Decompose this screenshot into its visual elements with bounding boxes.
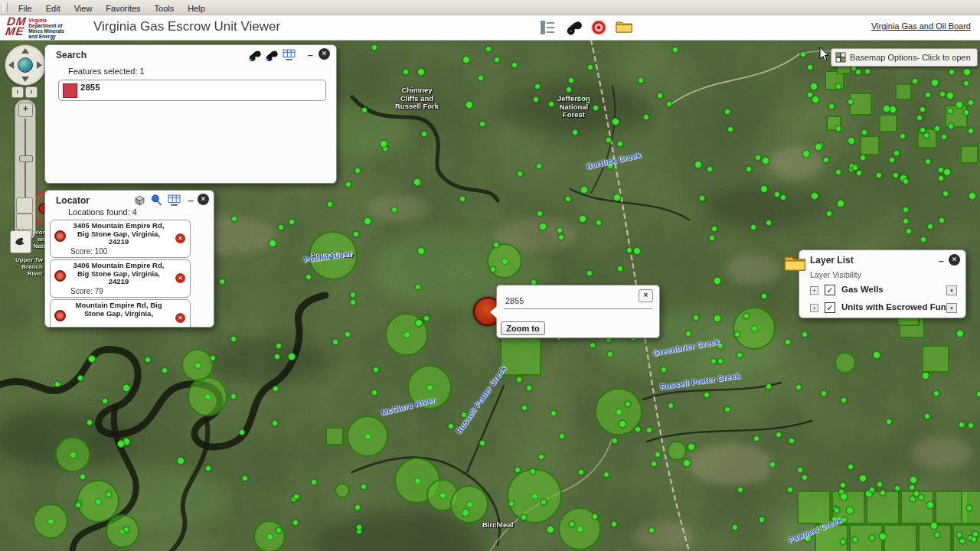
locator-panel-title: Locator <box>56 195 90 206</box>
layer-row: +✓Units with Escrowed Funds▾ <box>810 301 957 318</box>
layer-list-panel: Layer List – ✕ Layer Visibility +✓Gas We… <box>799 249 966 318</box>
menu-edit[interactable]: Edit <box>39 2 67 15</box>
basemap-options-tooltip[interactable]: Basemap Options- Click to open <box>831 48 978 67</box>
result-marker-icon <box>54 230 66 242</box>
result-score: Score: 100 <box>70 247 107 256</box>
layer-list-folder-icon[interactable] <box>784 254 807 272</box>
browser-menu-bar: FileEditViewFavoritesToolsHelp <box>0 0 980 15</box>
result-address: Mountain Empire Rd, Big Stone Gap, Virgi… <box>70 302 167 318</box>
pan-west-arrow-icon[interactable] <box>8 61 14 69</box>
popup-feature-title: 2855 <box>505 296 524 305</box>
locator-results-list: 3405 Mountain Empire Rd, Big Stone Gap, … <box>50 220 191 328</box>
remove-result-icon[interactable]: ✕ <box>175 273 185 283</box>
basemap-tooltip-text: Basemap Options- Click to open <box>850 53 971 62</box>
layer-menu-dropdown-icon[interactable]: ▾ <box>946 303 957 313</box>
select-binoculars-icon[interactable] <box>247 49 261 61</box>
clear-selection-binoculars-icon[interactable] <box>264 49 278 61</box>
remove-result-icon[interactable]: ✕ <box>175 313 185 323</box>
dmme-logo-text: Virginia Department of Mines Minerals an… <box>28 16 64 39</box>
page-title: Virginia Gas Escrow Unit Viewer <box>93 19 280 34</box>
result-address: 3405 Mountain Empire Rd, Big Stone Gap, … <box>70 222 167 246</box>
search-panel-title: Search <box>56 50 87 60</box>
menu-view[interactable]: View <box>67 2 100 15</box>
result-marker-icon <box>54 270 66 282</box>
pan-south-arrow-icon[interactable] <box>21 77 29 82</box>
layer-checkbox[interactable]: ✓ <box>825 285 835 295</box>
dmme-logo: DMME Virginia Department of Mines Minera… <box>6 16 64 39</box>
remove-result-icon[interactable]: ✕ <box>175 233 185 243</box>
locator-result-item[interactable]: Mountain Empire Rd, Big Stone Gap, Virgi… <box>50 299 191 328</box>
app-header: DMME Virginia Department of Mines Minera… <box>0 15 980 41</box>
layer-label: Gas Wells <box>841 285 884 294</box>
layer-list-title: Layer List <box>810 255 854 266</box>
gas-oil-board-link[interactable]: Virginia Gas and Oil Board <box>871 21 971 31</box>
legend-icon[interactable] <box>540 19 557 36</box>
layer-rows: +✓Gas Wells▾+✓Units with Escrowed Funds▾ <box>810 283 957 318</box>
menu-file[interactable]: File <box>11 2 39 15</box>
result-marker-icon <box>54 310 66 321</box>
layer-label: Units with Escrowed Funds <box>841 302 956 311</box>
result-address: 3406 Mountain Empire Rd, Big Stone Gap, … <box>70 262 167 286</box>
pushpin-icon[interactable] <box>151 194 165 207</box>
layer-visibility-label: Layer Visibility <box>810 270 861 279</box>
minimize-button[interactable]: – <box>939 257 944 265</box>
features-selected-status: Features selected: 1 <box>68 67 145 76</box>
zoom-to-button[interactable]: Zoom to <box>501 321 545 335</box>
zoom-in-button[interactable]: + <box>18 103 33 117</box>
search-panel: Search – ✕ Features selected: 1 2855 <box>44 44 337 184</box>
close-icon[interactable]: ✕ <box>949 254 960 266</box>
zoom-slider-handle[interactable] <box>19 155 33 162</box>
menu-grip <box>3 2 8 12</box>
popup-close-button[interactable]: × <box>639 289 653 302</box>
nav-tool-button-1[interactable] <box>16 197 33 214</box>
locator-result-item[interactable]: 3405 Mountain Empire Rd, Big Stone Gap, … <box>50 220 191 258</box>
close-icon[interactable]: ✕ <box>198 194 209 205</box>
locator-result-item[interactable]: 3406 Mountain Empire Rd, Big Stone Gap, … <box>50 259 191 298</box>
pan-compass[interactable] <box>5 44 46 86</box>
expand-icon[interactable]: + <box>810 304 818 312</box>
menu-help[interactable]: Help <box>181 2 212 15</box>
cube-icon[interactable] <box>134 194 148 207</box>
search-result-item[interactable]: 2855 <box>58 80 326 101</box>
locate-target-icon[interactable] <box>590 19 607 36</box>
attribute-table-icon[interactable] <box>283 49 296 61</box>
layer-menu-dropdown-icon[interactable]: ▾ <box>946 285 957 295</box>
dmme-logo-letters: DMME <box>5 16 28 39</box>
globe-icon[interactable] <box>18 57 33 73</box>
minimize-button[interactable]: – <box>188 197 194 204</box>
layer-row: +✓Gas Wells▾ <box>810 283 957 301</box>
layer-checkbox[interactable]: ✓ <box>825 302 835 313</box>
popup-tail <box>490 306 497 318</box>
result-score: Score: 79 <box>70 287 103 295</box>
menu-items: FileEditViewFavoritesToolsHelp <box>11 1 212 15</box>
mouse-cursor <box>819 47 830 62</box>
menu-favorites[interactable]: Favorites <box>99 2 147 15</box>
attribute-table-icon[interactable] <box>168 194 181 207</box>
pan-east-arrow-icon[interactable] <box>37 61 42 69</box>
overview-map-button[interactable] <box>10 230 31 253</box>
search-binoculars-icon[interactable] <box>565 19 582 36</box>
expand-icon[interactable]: + <box>810 286 818 295</box>
locator-panel: Locator – ✕ Locations found: 4 3405 Moun… <box>44 190 214 328</box>
locations-found-status: Locations found: 4 <box>68 207 137 217</box>
popup-divider <box>504 308 652 309</box>
next-extent-button[interactable]: › <box>25 86 38 98</box>
minimize-button[interactable]: – <box>308 51 313 59</box>
close-icon[interactable]: ✕ <box>318 48 330 60</box>
header-toolbar <box>540 18 632 37</box>
unit-swatch-icon <box>63 83 77 98</box>
previous-extent-button[interactable]: ‹ <box>11 86 24 98</box>
menu-tools[interactable]: Tools <box>148 2 181 15</box>
pan-north-arrow-icon[interactable] <box>21 48 29 54</box>
feature-popup: × 2855 Zoom to <box>496 285 660 338</box>
search-result-label: 2855 <box>80 83 100 92</box>
layers-folder-icon[interactable] <box>616 19 632 36</box>
nav-tool-button-2[interactable] <box>16 214 33 230</box>
basemap-grid-icon <box>835 52 846 63</box>
